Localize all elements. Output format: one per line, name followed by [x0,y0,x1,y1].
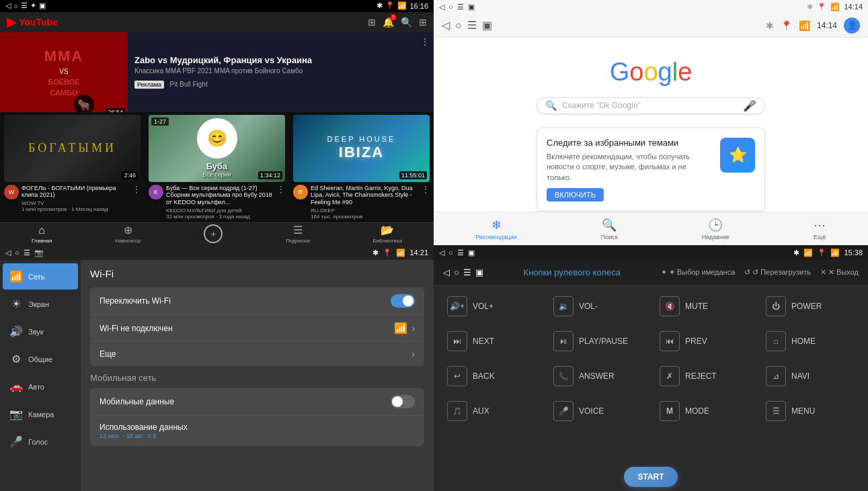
voice-control[interactable]: 🎤 VOICE [547,396,649,427]
back-icon[interactable]: ◁ [5,1,11,10]
vol-minus-control[interactable]: 🔉 VOL- [547,291,649,322]
yt-nav-subscriptions[interactable]: ☰ Подписки [286,224,309,244]
yt-nav-library[interactable]: 📂 Библиотека [373,224,403,244]
q2-nav-more[interactable]: ⋯ Ещё [814,218,826,240]
mobile-card: Мобильные данные Использование данных 13… [90,388,424,446]
video-options-3[interactable]: ⋮ [422,185,430,194]
q2-home-icon[interactable]: ○ [448,3,453,11]
sidebar-item-voice[interactable]: 🎤 Голос [3,429,78,455]
wifi-section-title: Wi-Fi [90,268,424,279]
vol-plus-control[interactable]: 🔊+ VOL+ [440,291,543,322]
q4-header-back-icon[interactable]: ◁ [443,267,450,277]
home-icon[interactable]: ○ [13,2,18,10]
sidebar-item-auto[interactable]: 🚗 Авто [3,373,78,400]
reload-button[interactable]: ↺ ↺ Перезагрузить [744,268,811,277]
q2-menu-icon[interactable]: ☰ [457,3,464,11]
video-card-2[interactable]: 1-27 😊 Буба Все серии 1:34:12 K Буба — В… [145,112,289,222]
q2-back-icon[interactable]: ◁ [439,3,444,11]
q2-back-btn[interactable]: ◁ [442,19,450,32]
menu-control[interactable]: ☰ MENU [759,396,861,427]
yt-nav-navigator[interactable]: ⊕ Навигатор [115,224,141,244]
video-title-3: Ed Sheeran, Martin Garrix, Kygo, Dua Lip… [311,185,419,206]
q2-nav-recommendations[interactable]: ❄ Рекомендации [475,218,516,240]
mobile-data-toggle-row[interactable]: Мобильные данные [90,388,424,416]
menu-icon[interactable]: ☰ [21,1,28,10]
q4-header-circle-icon[interactable]: ○ [454,267,459,277]
wifi-more-row[interactable]: Еще › [90,342,424,366]
q4-footer: START [434,463,868,491]
wifi-card: Переключить Wi-Fi Wi-Fi не подключен 📶 › [90,287,424,366]
q3-home-icon[interactable]: ○ [15,249,19,257]
video-info-2: Буба — Все серии подряд (1-27) Сборник м… [166,185,274,220]
exit-button[interactable]: ✕ ✕ Выход [820,268,859,277]
compass-icon: ⊕ [124,224,132,236]
q4-back-icon[interactable]: ◁ [439,249,444,257]
featured-options[interactable]: ⋮ [420,36,430,47]
yt-nav-add[interactable]: + [204,224,223,243]
q2-hamburger-btn[interactable]: ☰ [467,19,477,32]
google-card-icon: ⭐ [720,138,755,173]
answer-label: ANSWER [579,371,615,381]
q1-time: 16:16 [409,2,428,10]
q3-menu-icon[interactable]: ☰ [24,249,30,257]
sidebar-item-sound[interactable]: 🔊 Звук [3,318,78,345]
q2-nav-search[interactable]: 🔍 Поиск [601,218,618,240]
next-control[interactable]: ⏭ NEXT [440,326,543,357]
prev-control[interactable]: ⏮ PREV [653,326,755,357]
play-pause-control[interactable]: ⏯ PLAY/PAUSE [547,326,649,357]
account-icon[interactable]: ⊞ [419,17,427,28]
yt-logo: ▶ YouTube [7,15,58,30]
navi-label: NAVI [791,371,810,381]
sidebar-item-display[interactable]: ☀ Экран [3,291,78,317]
yt-featured-video[interactable]: MMA VS БОЕВОЕ САМБО 🐂 26:54 ⋮ Zabo vs Му… [0,32,434,112]
wifi-status-row[interactable]: Wi-Fi не подключен 📶 › [90,315,424,342]
duration-1: 2:46 [122,171,138,179]
navi-control[interactable]: ⊿ NAVI [759,361,861,392]
back-control[interactable]: ↩ BACK [440,361,543,392]
q4-menu-icon[interactable]: ☰ [457,249,464,257]
mute-control[interactable]: 🔇 MUTE [653,291,755,322]
google-mic-icon[interactable]: 🎤 [743,99,756,112]
video-options-2[interactable]: ⋮ [277,185,285,194]
q4-header-menu-icon[interactable]: ☰ [463,267,471,277]
sidebar-item-camera[interactable]: 📷 Камера [3,401,78,427]
start-button[interactable]: START [624,467,678,487]
exit-label: ✕ Выход [828,268,859,277]
data-usage-sub: 13 июл. - 10 авг.: 0 б [100,433,188,439]
mode-control[interactable]: M MODE [653,396,755,427]
google-search-bar[interactable]: 🔍 Скажите "Ok Google" 🎤 [537,97,765,114]
q4-home-icon[interactable]: ○ [448,249,453,257]
video-options-1[interactable]: ⋮ [132,185,141,194]
cast-icon[interactable]: ⊞ [368,17,376,28]
q3-back-icon[interactable]: ◁ [5,249,11,257]
q2-screen-icon: ▣ [468,3,475,11]
google-account-avatar[interactable]: 👤 [844,17,860,34]
wifi-toggle-row[interactable]: Переключить Wi-Fi [90,287,424,315]
yt-nav-home[interactable]: ⌂ Главная [32,224,52,244]
search-icon[interactable]: 🔍 [401,17,412,28]
thumb-3: DEEP HOUSE IBIZA 11:55:01 [293,115,430,182]
steering-controls-grid: 🔊+ VOL+ 🔉 VOL- 🔇 MUTE ⏻ POWER ⏭ [434,285,868,463]
q2-screen-btn[interactable]: ▣ [482,19,492,32]
power-control[interactable]: ⏻ POWER [759,291,861,322]
power-label: POWER [791,302,822,311]
answer-control[interactable]: 📞 ANSWER [547,361,649,392]
prev-label: PREV [685,337,707,346]
sidebar-item-network[interactable]: 📶 Сеть [3,263,78,289]
enable-button[interactable]: ВКЛЮЧИТЬ [547,188,604,202]
video-views-3: 164 тыс. просмотров [311,214,419,220]
aux-control[interactable]: 🎵 AUX [440,396,543,427]
mobile-data-toggle[interactable] [391,395,415,408]
sidebar-item-general[interactable]: ⚙ Общие [3,346,78,372]
data-usage-row[interactable]: Использование данных 13 июл. - 10 авг.: … [90,416,424,446]
q3-bt-icon: ✱ [372,249,379,257]
preset-button[interactable]: ✦ ✦ Выбор имеданса [661,268,736,277]
notifications-icon[interactable]: 🔔5 [383,17,394,28]
reject-control[interactable]: ✗ REJECT [653,361,755,392]
q2-nav-recent[interactable]: 🕒 Недавние [702,218,729,240]
video-card-3[interactable]: DEEP HOUSE IBIZA 11:55:01 R Ed Sheeran, … [289,112,434,222]
home-control[interactable]: ⌂ HOME [759,326,861,357]
video-card-1[interactable]: БОГАТЫМИ 2:46 W ФОГЕЛЬ - БОГАТЫМИ (премь… [0,112,145,222]
wifi-toggle[interactable] [391,294,415,308]
q2-circle-btn[interactable]: ○ [455,19,462,32]
